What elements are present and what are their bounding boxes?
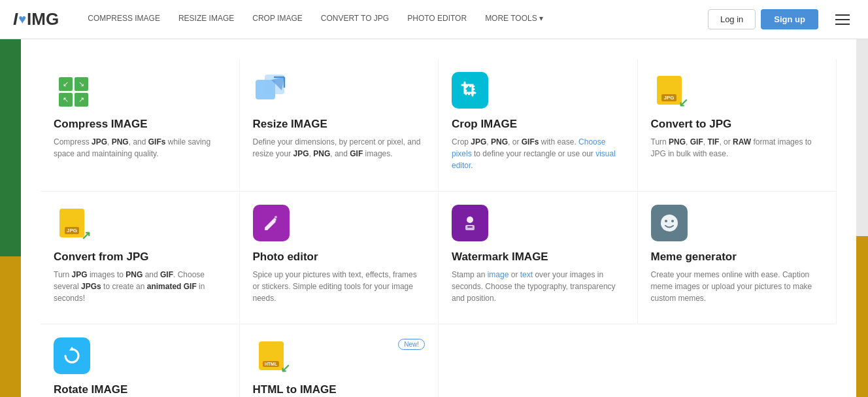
hamburger-menu[interactable] [830,9,855,30]
tools-grid: ↙ ↘ ↖ ↗ Compress IMAGE Compress JPG, PNG… [41,59,837,397]
svg-point-7 [467,216,473,223]
tool-card-rotate[interactable]: Rotate IMAGE Rotate many images JPG, PNG… [41,324,240,397]
tool-desc-photo-editor: Spice up your pictures with text, effect… [253,269,426,304]
tool-title-convert-to-jpg: Convert to JPG [651,118,824,131]
tool-card-resize[interactable]: Resize IMAGE Define your dimensions, by … [240,59,439,192]
tool-desc-compress: Compress JPG, PNG, and GIFs while saving… [54,136,226,160]
right-bar [856,39,868,397]
nav-photo-editor[interactable]: PHOTO EDITOR [398,0,476,39]
tool-title-watermark: Watermark IMAGE [452,250,624,264]
tool-card-meme[interactable]: Meme generator Create your memes online … [638,192,837,324]
tool-title-meme: Meme generator [651,250,824,264]
hamburger-line-1 [835,14,850,16]
tool-card-compress[interactable]: ↙ ↘ ↖ ↗ Compress IMAGE Compress JPG, PNG… [41,59,240,192]
arrow-tr: ↘ [75,77,88,91]
tool-title-html-to-image: HTML to IMAGE [253,383,426,396]
page-wrapper: ↙ ↘ ↖ ↗ Compress IMAGE Compress JPG, PNG… [0,39,868,397]
tool-card-convert-from-jpg[interactable]: JPG ↗ Convert from JPG Turn JPG images t… [41,192,240,324]
photo-editor-icon [253,205,290,241]
rotate-icon [54,337,90,374]
logo-img: IMG [27,9,59,29]
tool-desc-resize: Define your dimensions, by percent or pi… [253,136,426,160]
tool-desc-convert-from-jpg: Turn JPG images to PNG and GIF. Choose s… [54,269,226,304]
svg-point-11 [665,220,667,222]
tool-title-crop: Crop IMAGE [452,118,624,131]
tool-title-convert-from-jpg: Convert from JPG [54,250,226,264]
html-to-image-icon: HTML ↙ [253,337,290,374]
tool-card-html-to-image[interactable]: New! HTML ↙ HTML to IMAGE Convert webpag… [240,324,439,397]
meme-icon [651,205,688,241]
svg-rect-9 [467,226,473,228]
tool-desc-convert-to-jpg: Turn PNG, GIF, TIF, or RAW format images… [651,136,824,160]
tool-card-crop[interactable]: Crop IMAGE Crop JPG, PNG, or GIFs with e… [439,59,638,192]
new-badge-wrapper: New! [398,337,425,354]
tool-title-compress: Compress IMAGE [54,118,226,131]
logo-heart-icon: ♥ [18,12,26,27]
tool-title-photo-editor: Photo editor [253,250,426,264]
svg-point-12 [671,220,674,222]
crop-icon [452,72,488,109]
resize-icon [253,72,290,109]
main-content: ↙ ↘ ↖ ↗ Compress IMAGE Compress JPG, PNG… [21,39,856,397]
nav-resize[interactable]: RESIZE IMAGE [169,0,243,39]
tool-card-convert-to-jpg[interactable]: JPG ↙ Convert to JPG Turn PNG, GIF, TIF,… [638,59,837,192]
nav-compress[interactable]: COMPRESS IMAGE [78,0,169,39]
tool-card-watermark[interactable]: Watermark IMAGE Stamp an image or text o… [439,192,638,324]
arrow-br: ↗ [75,93,88,107]
compress-icon: ↙ ↘ ↖ ↗ [54,72,90,109]
new-badge: New! [398,339,425,350]
tool-title-rotate: Rotate IMAGE [54,383,226,396]
tool-desc-crop: Crop JPG, PNG, or GIFs with ease. Choose… [452,136,624,171]
signup-button[interactable]: Sign up [761,9,818,29]
hamburger-line-3 [835,24,850,25]
svg-point-10 [661,215,678,232]
convert-to-jpg-icon: JPG ↙ [651,72,688,109]
nav-more-tools[interactable]: MORE TOOLS ▾ [476,0,552,39]
header-actions: Log in Sign up [708,9,855,30]
convert-from-jpg-icon: JPG ↗ [54,205,90,241]
nav-crop[interactable]: CROP IMAGE [243,0,311,39]
tool-desc-meme: Create your memes online with ease. Capt… [651,269,824,304]
header: I ♥ IMG COMPRESS IMAGE RESIZE IMAGE CROP… [0,0,868,39]
watermark-icon [452,205,488,241]
svg-point-6 [275,216,277,218]
hamburger-line-2 [835,19,850,20]
logo[interactable]: I ♥ IMG [13,9,59,29]
tool-title-resize: Resize IMAGE [253,118,426,131]
main-nav: COMPRESS IMAGE RESIZE IMAGE CROP IMAGE C… [78,0,708,39]
logo-i: I [13,9,18,29]
login-button[interactable]: Log in [708,9,756,29]
arrow-bl: ↖ [59,93,73,107]
arrow-tl: ↙ [59,77,73,91]
nav-convert[interactable]: CONVERT TO JPG [312,0,398,39]
left-bar [0,39,21,397]
tool-desc-watermark: Stamp an image or text over your images … [452,269,624,304]
tool-card-photo-editor[interactable]: Photo editor Spice up your pictures with… [240,192,439,324]
